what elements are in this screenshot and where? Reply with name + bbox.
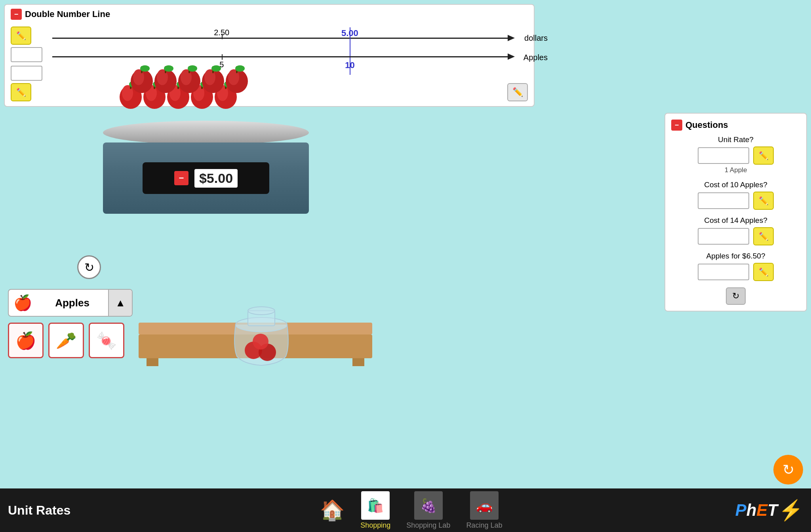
q3-label: Cost of 14 Apples? <box>671 216 800 225</box>
svg-point-46 <box>248 307 275 315</box>
question-4: Apples for $6.50? ✏️ <box>671 252 800 281</box>
dnl-tick-mark-5 <box>222 54 223 60</box>
nav-tab-shopping-icon: 🛍️ <box>361 491 390 520</box>
item-selector-icon: 🍎 <box>9 289 36 317</box>
main-scene: − $5.00 ↻ 🍎 Apples ▲ 🍎 🥕 🍬 <box>4 113 420 350</box>
svg-point-23 <box>140 65 150 72</box>
q4-edit-button[interactable]: ✏️ <box>753 263 774 281</box>
dnl-bottom-label: Apples <box>524 53 548 62</box>
nav-home-button[interactable]: 🏠 <box>320 499 345 522</box>
scale-minus-button[interactable]: − <box>174 171 188 185</box>
phet-p: P <box>735 501 746 520</box>
phet-h: h <box>746 501 757 520</box>
svg-point-31 <box>188 65 197 72</box>
scene-refresh-button[interactable]: ↻ <box>77 255 101 279</box>
q1-label: Unit Rate? <box>671 135 800 144</box>
nav-tab-shopping-label: Shopping <box>360 521 390 530</box>
svg-point-35 <box>211 65 221 72</box>
nav-tab-racing-lab[interactable]: 🚗 Racing Lab <box>466 491 502 530</box>
dnl-top-line: dollars 2.50 5.00 <box>52 27 510 50</box>
nav-title: Unit Rates <box>8 503 87 518</box>
dnl-controls-top: ✏️ <box>11 27 42 62</box>
svg-rect-43 <box>352 358 364 366</box>
q4-input-row: ✏️ <box>671 263 800 281</box>
nav-tab-shopping-lab-icon: 🍇 <box>414 491 443 520</box>
scale-display: − $5.00 <box>143 162 269 194</box>
q4-label: Apples for $6.50? <box>671 252 800 260</box>
item-selector-arrow[interactable]: ▲ <box>108 289 132 317</box>
q1-input[interactable] <box>698 147 749 164</box>
dnl-input-bottom[interactable] <box>11 66 42 81</box>
item-selector-name: Apples <box>36 297 108 309</box>
nav-tabs: 🏠 🛍️ Shopping 🍇 Shopping Lab 🚗 Racing La… <box>87 491 735 530</box>
dnl-bottom-arrow <box>52 56 510 57</box>
dnl-top-label: dollars <box>524 34 548 43</box>
nav-tab-shopping-lab-label: Shopping Lab <box>406 521 450 530</box>
dnl-input-top[interactable] <box>11 47 42 62</box>
nav-tab-racing-lab-icon: 🚗 <box>470 491 499 520</box>
dnl-title-text: Double Number Line <box>25 9 110 19</box>
q1-edit-button[interactable]: ✏️ <box>753 146 774 165</box>
item-type-buttons: 🍎 🥕 🍬 <box>8 323 124 358</box>
questions-title-bar: − Questions <box>671 120 800 131</box>
phet-t: T <box>767 501 778 520</box>
svg-point-39 <box>235 65 245 72</box>
svg-point-27 <box>164 65 173 72</box>
q2-label: Cost of 10 Apples? <box>671 180 800 189</box>
q4-input[interactable] <box>698 264 749 280</box>
questions-minimize-button[interactable]: − <box>671 120 682 131</box>
orange-refresh-button[interactable]: ↻ <box>773 455 803 484</box>
item-type-apple[interactable]: 🍎 <box>8 323 44 358</box>
q3-input[interactable] <box>698 228 749 245</box>
scale-body: − $5.00 <box>103 142 309 214</box>
q3-edit-button[interactable]: ✏️ <box>753 227 774 245</box>
q1-sub-label: 1 Apple <box>671 166 800 174</box>
dnl-eraser-button[interactable]: ✏️ <box>507 83 528 101</box>
nav-tab-shopping-lab[interactable]: 🍇 Shopping Lab <box>406 491 450 530</box>
questions-refresh-button[interactable]: ↻ <box>726 287 746 305</box>
questions-title-text: Questions <box>685 120 728 130</box>
item-type-candy[interactable]: 🍬 <box>89 323 124 358</box>
q1-input-row: ✏️ <box>671 146 800 165</box>
dnl-title-bar: − Double Number Line <box>11 9 528 20</box>
q2-input[interactable] <box>698 192 749 209</box>
nav-tab-shopping[interactable]: 🛍️ Shopping <box>360 491 390 530</box>
dnl-minimize-button[interactable]: − <box>11 9 22 20</box>
dnl-edit-bottom-button[interactable]: ✏️ <box>11 83 31 101</box>
scale: − $5.00 <box>103 121 309 214</box>
apples-on-scale <box>119 61 293 125</box>
item-selector: 🍎 Apples ▲ <box>8 289 133 317</box>
scale-plate <box>103 121 309 144</box>
dnl-tick-mark-250 <box>222 34 223 39</box>
item-type-carrot[interactable]: 🥕 <box>48 323 84 358</box>
questions-panel: − Questions Unit Rate? ✏️ 1 Apple Cost o… <box>664 113 807 312</box>
dnl-blue-top-label: 5.00 <box>341 28 358 38</box>
svg-rect-42 <box>147 358 158 366</box>
phet-logo: P h E T ⚡ <box>735 499 803 522</box>
dnl-blue-bottom-label: 10 <box>345 60 354 70</box>
phet-e: E <box>756 501 767 520</box>
dnl-edit-top-button[interactable]: ✏️ <box>11 27 31 45</box>
scale-price: $5.00 <box>194 169 238 188</box>
nav-tab-racing-lab-label: Racing Lab <box>466 521 502 530</box>
nav-bar: Unit Rates 🏠 🛍️ Shopping 🍇 Shopping Lab … <box>0 488 811 532</box>
svg-point-49 <box>253 334 268 350</box>
dnl-controls-bottom: ✏️ <box>11 66 42 101</box>
questions-refresh-row: ↻ <box>671 287 800 305</box>
question-2: Cost of 10 Apples? ✏️ <box>671 180 800 210</box>
phet-lightning-icon: ⚡ <box>779 499 803 522</box>
q2-edit-button[interactable]: ✏️ <box>753 192 774 210</box>
q2-input-row: ✏️ <box>671 192 800 210</box>
table-svg <box>139 283 376 366</box>
q3-input-row: ✏️ <box>671 227 800 245</box>
question-1: Unit Rate? ✏️ 1 Apple <box>671 135 800 174</box>
table-scene <box>139 283 376 366</box>
question-3: Cost of 14 Apples? ✏️ <box>671 216 800 245</box>
dnl-top-arrow <box>52 38 510 39</box>
